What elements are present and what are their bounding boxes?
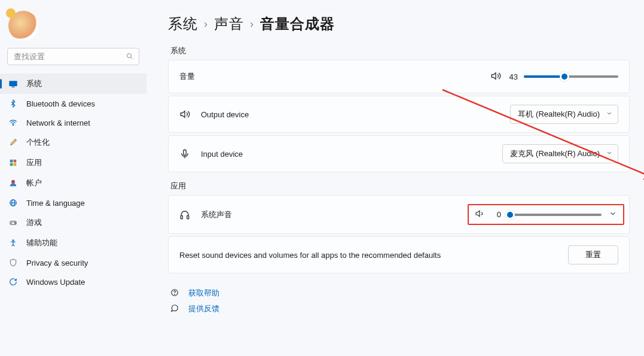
speaker-icon[interactable] [490,71,501,83]
reset-row: Reset sound devices and volumes for all … [168,236,630,273]
help-icon [170,288,180,299]
page-title: 音量合成器 [260,14,335,34]
volume-value: 43 [507,72,518,81]
apps-icon [8,158,18,168]
sidebar-item-label: 帐户 [26,178,42,188]
sidebar-item-update[interactable]: Windows Update [0,272,146,291]
svg-marker-20 [181,111,185,118]
access-icon [8,238,18,248]
volume-slider[interactable] [524,75,618,78]
svg-rect-7 [10,163,13,166]
sidebar-item-label: 应用 [26,157,42,168]
input-device-value: 麦克风 (Realtek(R) Audio) [510,149,600,158]
svg-rect-24 [187,215,189,218]
sidebar-item-label: Privacy & security [26,258,88,267]
svg-point-17 [15,223,16,224]
give-feedback-label: 提供反馈 [188,303,219,314]
svg-point-9 [12,180,15,183]
breadcrumb: 系统 › 声音 › 音量合成器 [168,14,630,34]
sidebar-item-brush[interactable]: 个性化 [0,132,146,153]
sidebar-item-label: Network & internet [26,118,90,127]
reset-description: Reset sound devices and volumes for all … [179,251,568,260]
get-help-label: 获取帮助 [188,288,219,299]
sidebar-item-access[interactable]: 辅助功能 [0,233,146,253]
svg-rect-8 [14,163,17,166]
svg-marker-25 [476,211,480,216]
user-avatar[interactable] [8,11,38,41]
svg-rect-23 [181,215,182,218]
input-device-row: Input device 麦克风 (Realtek(R) Audio) [168,135,630,172]
system-sounds-label: 系统声音 [201,209,468,220]
breadcrumb-system[interactable]: 系统 [168,14,198,34]
annotation-highlight: 0 [468,204,624,225]
sidebar-item-label: 辅助功能 [26,238,57,248]
svg-point-0 [127,53,132,57]
bluetooth-icon [8,99,18,108]
sidebar-item-apps[interactable]: 应用 [0,153,146,173]
sidebar-item-game[interactable]: 游戏 [0,212,146,233]
speaker-low-icon[interactable] [475,209,484,220]
microphone-icon [179,148,191,160]
svg-rect-2 [9,81,17,86]
chevron-right-icon: › [250,18,254,31]
sidebar-item-label: 系统 [26,78,42,89]
speaker-output-icon [179,108,191,120]
globe-icon [8,198,18,208]
system-sounds-slider[interactable] [507,214,602,216]
sidebar-item-label: Windows Update [26,278,85,287]
svg-rect-6 [14,160,17,163]
update-icon [8,277,18,287]
output-device-value: 耳机 (Realtek(R) Audio) [518,109,600,118]
sidebar-item-shield[interactable]: Privacy & security [0,253,146,272]
search-icon [126,52,133,62]
sidebar-item-person[interactable]: 帐户 [0,173,146,193]
game-icon [8,218,18,227]
svg-marker-19 [492,72,496,79]
expand-chevron-icon[interactable] [609,209,617,220]
system-icon [8,79,18,89]
sidebar-item-wifi[interactable]: Network & internet [0,113,146,132]
headphones-icon [179,209,191,221]
input-device-label: Input device [201,150,502,159]
breadcrumb-sound[interactable]: 声音 [214,14,244,34]
input-device-select[interactable]: 麦克风 (Realtek(R) Audio) [502,144,618,163]
sidebar-item-globe[interactable]: Time & language [0,193,146,212]
svg-rect-21 [184,150,187,155]
shield-icon [8,258,18,267]
search-input[interactable] [7,48,139,65]
sidebar-item-bluetooth[interactable]: Bluetooth & devices [0,94,146,113]
person-icon [8,178,18,188]
system-sounds-value: 0 [490,210,501,219]
system-sounds-row: 系统声音 0 [168,195,630,234]
sidebar-item-label: 个性化 [26,137,50,148]
svg-rect-3 [11,87,14,87]
give-feedback-link[interactable]: 提供反馈 [170,301,630,317]
svg-rect-5 [10,160,13,163]
svg-line-1 [131,57,133,59]
output-device-row: Output device 耳机 (Realtek(R) Audio) [168,96,630,133]
chevron-down-icon [606,150,613,159]
volume-row: 音量 43 [168,60,630,93]
sidebar-item-label: Bluetooth & devices [26,99,95,108]
chevron-down-icon [606,110,613,119]
svg-point-18 [13,240,14,241]
sidebar-item-system[interactable]: 系统 [0,74,146,94]
sidebar-item-label: 游戏 [26,217,42,228]
get-help-link[interactable]: 获取帮助 [170,285,630,301]
reset-button[interactable]: 重置 [568,245,618,264]
svg-point-4 [13,125,13,126]
output-device-select[interactable]: 耳机 (Realtek(R) Audio) [510,105,618,124]
section-apps-label: 应用 [170,181,630,191]
output-device-label: Output device [201,110,510,119]
feedback-icon [170,304,180,314]
brush-icon [8,138,18,147]
wifi-icon [8,118,18,127]
section-system-label: 系统 [170,45,630,56]
volume-label: 音量 [179,71,490,82]
svg-point-27 [175,294,175,294]
chevron-right-icon: › [204,18,208,31]
sidebar-item-label: Time & language [26,199,85,208]
